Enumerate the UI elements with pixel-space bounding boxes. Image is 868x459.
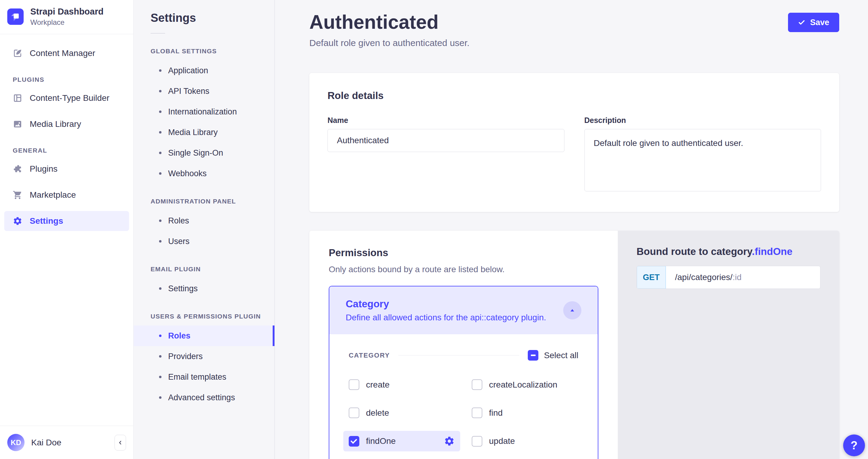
section-label: ADMINISTRATION PANEL xyxy=(151,198,275,205)
permissions-title: Permissions xyxy=(329,247,598,259)
settings-item-single-sign-on[interactable]: Single Sign-On xyxy=(134,142,275,163)
settings-item-internationalization[interactable]: Internationalization xyxy=(134,101,275,122)
description-label: Description xyxy=(584,116,822,125)
settings-item-email-templates[interactable]: Email templates xyxy=(134,367,275,387)
settings-item-label: Roles xyxy=(168,331,191,340)
permissions-subtitle: Only actions bound by a route are listed… xyxy=(329,265,598,274)
bullet-icon xyxy=(159,396,161,399)
permissions-panel: Permissions Only actions bound by a rout… xyxy=(309,231,618,459)
collapse-accordion-button[interactable] xyxy=(563,301,581,320)
settings-item-webhooks[interactable]: Webhooks xyxy=(134,163,275,184)
settings-section-global: GLOBAL SETTINGS Application API Tokens I… xyxy=(134,47,275,184)
save-button[interactable]: Save xyxy=(788,13,839,32)
settings-item-up-roles[interactable]: Roles xyxy=(134,326,275,346)
route-path: /api/categories/:id xyxy=(666,266,741,289)
route-path-param: :id xyxy=(733,272,742,282)
app-root: Strapi Dashboard Workplace Content Manag… xyxy=(0,0,868,459)
permission-item-update[interactable]: update xyxy=(466,431,589,452)
settings-section-users-permissions: USERS & PERMISSIONS PLUGIN Roles Provide… xyxy=(134,313,275,408)
avatar[interactable]: KD xyxy=(7,434,25,451)
sidebar-item-label: Content Manager xyxy=(30,48,95,58)
bullet-icon xyxy=(159,172,161,175)
bullet-icon xyxy=(159,110,161,113)
chevron-left-icon xyxy=(117,439,123,446)
settings-item-label: Single Sign-On xyxy=(168,149,223,158)
sidebar-item-plugins[interactable]: Plugins xyxy=(4,159,129,179)
content-type-builder-icon xyxy=(13,93,23,103)
bullet-icon xyxy=(159,131,161,133)
permission-label: update xyxy=(489,436,515,446)
settings-section-admin-panel: ADMINISTRATION PANEL Roles Users xyxy=(134,198,275,252)
collapse-sidebar-button[interactable] xyxy=(115,435,126,451)
permission-item-findOne[interactable]: findOne xyxy=(343,431,460,452)
content-manager-icon xyxy=(13,48,23,58)
description-input[interactable]: Default role given to authenticated user… xyxy=(584,129,822,191)
permission-item-createLocalization[interactable]: createLocalization xyxy=(466,374,589,395)
help-button[interactable]: ? xyxy=(843,434,865,456)
settings-item-email-settings[interactable]: Settings xyxy=(134,278,275,299)
settings-item-admin-roles[interactable]: Roles xyxy=(134,210,275,231)
workspace-name: Workplace xyxy=(30,18,104,27)
save-button-label: Save xyxy=(810,18,829,27)
sidebar-item-settings[interactable]: Settings xyxy=(4,211,129,231)
checkbox xyxy=(349,380,359,390)
settings-section-email-plugin: EMAIL PLUGIN Settings xyxy=(134,265,275,299)
select-all-label: Select all xyxy=(544,351,578,360)
user-name: Kai Doe xyxy=(31,438,108,448)
settings-item-media-library[interactable]: Media Library xyxy=(134,122,275,142)
sidebar-item-media-library[interactable]: Media Library xyxy=(4,114,129,134)
category-accordion: Category Define all allowed actions for … xyxy=(329,286,598,459)
category-accordion-body: CATEGORY Select all create xyxy=(329,334,598,459)
bullet-icon xyxy=(159,287,161,290)
settings-item-providers[interactable]: Providers xyxy=(134,346,275,367)
checkbox xyxy=(349,407,359,418)
section-label: GLOBAL SETTINGS xyxy=(151,47,275,55)
permissions-grid: create createLocalization delete xyxy=(343,374,578,452)
brand-text: Strapi Dashboard Workplace xyxy=(30,7,104,27)
media-library-icon xyxy=(13,119,23,129)
permission-item-find[interactable]: find xyxy=(466,403,589,423)
settings-item-admin-users[interactable]: Users xyxy=(134,231,275,252)
settings-item-label: Providers xyxy=(168,352,203,361)
settings-item-label: Webhooks xyxy=(168,169,207,178)
category-accordion-header[interactable]: Category Define all allowed actions for … xyxy=(329,287,598,334)
settings-item-api-tokens[interactable]: API Tokens xyxy=(134,81,275,101)
check-icon xyxy=(798,19,805,26)
bullet-icon xyxy=(159,152,161,154)
sidebar-item-label: Media Library xyxy=(30,119,81,129)
sidebar-item-marketplace[interactable]: Marketplace xyxy=(4,185,129,205)
checkbox xyxy=(349,436,359,447)
name-input[interactable] xyxy=(328,129,564,152)
nav-section-general: GENERAL xyxy=(4,147,129,154)
section-label: USERS & PERMISSIONS PLUGIN xyxy=(151,313,275,320)
sidebar-item-content-type-builder[interactable]: Content-Type Builder xyxy=(4,88,129,108)
settings-item-application[interactable]: Application xyxy=(134,60,275,81)
permission-item-delete[interactable]: delete xyxy=(343,403,466,423)
settings-item-label: API Tokens xyxy=(168,87,209,96)
bound-route-title-action: .findOne xyxy=(752,246,793,257)
gear-icon[interactable] xyxy=(444,436,455,447)
checkbox xyxy=(472,380,482,390)
sidebar-item-content-manager[interactable]: Content Manager xyxy=(4,43,129,63)
permission-label: findOne xyxy=(366,436,396,446)
bullet-icon xyxy=(159,69,161,72)
divider xyxy=(398,355,520,356)
permissions-section: Permissions Only actions bound by a rout… xyxy=(309,231,839,459)
workspace-switcher[interactable]: Strapi Dashboard Workplace xyxy=(0,0,133,34)
marketplace-icon xyxy=(13,190,23,200)
settings-item-label: Internationalization xyxy=(168,107,237,117)
settings-item-advanced-settings[interactable]: Advanced settings xyxy=(134,387,275,408)
select-all-checkbox[interactable]: Select all xyxy=(528,350,578,361)
permission-item-create[interactable]: create xyxy=(343,374,466,395)
bullet-icon xyxy=(159,220,161,222)
sidebar-item-label: Plugins xyxy=(30,164,58,174)
bound-route-title: Bound route to category.findOne xyxy=(637,246,820,257)
settings-item-label: Roles xyxy=(168,216,189,226)
indeterminate-checkbox-icon xyxy=(528,350,538,361)
spacer xyxy=(4,179,129,185)
page-header: Authenticated Save Default role given to… xyxy=(309,0,839,48)
name-label: Name xyxy=(328,116,564,125)
chevron-up-icon xyxy=(569,307,576,314)
category-group-row: CATEGORY Select all xyxy=(349,350,578,361)
settings-item-label: Email templates xyxy=(168,372,226,382)
